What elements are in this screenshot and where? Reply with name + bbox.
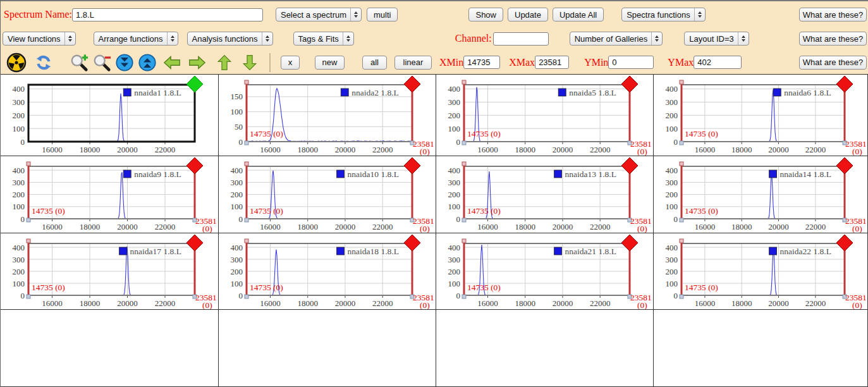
- nuclear-icon[interactable]: [6, 52, 27, 73]
- spectrum-panel-nnaida22[interactable]: 01002003004001600018000200002200014735 (…: [654, 233, 868, 310]
- scroll-up-icon[interactable]: [138, 53, 157, 72]
- spectrum-panel-nnaida9[interactable]: 01002003004001600018000200002200014735 (…: [1, 156, 219, 233]
- status-diamond[interactable]: [404, 76, 420, 92]
- x-cursor-left-bottom-handle[interactable]: [462, 141, 466, 145]
- x-cursor-left-bottom-handle[interactable]: [680, 218, 683, 222]
- cursor-left-label: 14735 (0): [467, 206, 501, 216]
- status-diamond[interactable]: [836, 76, 853, 92]
- y-axis-tick-label: 50: [235, 122, 243, 132]
- x-axis-tick-label: 20000: [553, 222, 573, 231]
- y-axis-tick-label: 0: [239, 137, 243, 147]
- spectrum-panel-nnaida14[interactable]: 01002003004001600018000200002200014735 (…: [654, 156, 868, 233]
- status-diamond[interactable]: [404, 235, 420, 251]
- y-axis-tick-label: 300: [13, 255, 25, 264]
- status-diamond[interactable]: [186, 235, 203, 251]
- x-cursor-left-bottom-handle[interactable]: [462, 218, 466, 222]
- x-cursor-left-top-handle[interactable]: [245, 239, 248, 243]
- zoom-out-icon[interactable]: [92, 53, 111, 72]
- ymin-input[interactable]: [608, 56, 654, 69]
- update-button[interactable]: Update: [508, 8, 548, 22]
- x-cursor-left-top-handle[interactable]: [680, 239, 683, 243]
- arrow-left-icon[interactable]: [162, 53, 182, 72]
- x-axis-tick-label: 16000: [695, 222, 716, 231]
- x-cursor-left-bottom-handle[interactable]: [462, 295, 466, 298]
- xmin-label: XMin: [439, 57, 463, 68]
- status-diamond[interactable]: [621, 76, 638, 92]
- spectrum-panel-nnaida10[interactable]: 01002003004001600018000200002200014735 (…: [219, 156, 436, 233]
- x-cursor-left-top-handle[interactable]: [27, 239, 30, 243]
- x-button[interactable]: x: [281, 56, 300, 70]
- xmax-input[interactable]: [535, 56, 569, 69]
- x-cursor-left-bottom-handle[interactable]: [245, 218, 248, 222]
- status-diamond[interactable]: [836, 157, 853, 174]
- what-are-these-button-row1[interactable]: What are these?: [799, 8, 867, 22]
- status-diamond[interactable]: [621, 235, 638, 251]
- zoom-in-icon[interactable]: [70, 53, 89, 72]
- xmin-input[interactable]: [463, 56, 500, 69]
- x-cursor-left-bottom-handle[interactable]: [245, 141, 248, 145]
- status-diamond[interactable]: [186, 76, 203, 92]
- layout-id-dropdown[interactable]: Layout ID=3: [684, 32, 749, 46]
- all-button[interactable]: all: [362, 56, 387, 70]
- status-diamond[interactable]: [836, 235, 853, 251]
- status-diamond[interactable]: [404, 157, 420, 174]
- arrow-down-icon[interactable]: [241, 52, 258, 73]
- tags-fits-dropdown[interactable]: Tags & Fits: [293, 32, 354, 46]
- linear-button[interactable]: linear: [394, 56, 432, 70]
- new-button[interactable]: new: [315, 56, 345, 70]
- analysis-functions-dropdown[interactable]: Analysis functions: [187, 32, 273, 46]
- spectrum-panel-nnaida17[interactable]: 01002003004001600018000200002200014735 (…: [1, 233, 219, 310]
- show-button[interactable]: Show: [468, 8, 503, 22]
- x-cursor-left-bottom-handle[interactable]: [680, 141, 683, 145]
- spectrum-panel-nnaida2[interactable]: 0501001501600018000200002200014735 (0)23…: [219, 75, 436, 156]
- spectrum-panel-nnaida21[interactable]: 01002003004001600018000200002200014735 (…: [436, 233, 654, 310]
- status-diamond[interactable]: [186, 157, 203, 174]
- spectrum-chart: 01002003004001600018000200002200014735 (…: [219, 156, 436, 233]
- x-cursor-left-top-handle[interactable]: [245, 80, 248, 84]
- scroll-down-icon[interactable]: [115, 53, 134, 72]
- toolbar: Spectrum Name: Select a spectrum multi S…: [1, 0, 868, 74]
- x-cursor-left-bottom-handle[interactable]: [680, 295, 683, 298]
- x-cursor-left-top-handle[interactable]: [462, 162, 466, 166]
- x-cursor-left-top-handle[interactable]: [462, 239, 466, 243]
- xmax-label: XMax: [509, 57, 535, 68]
- spectra-functions-dropdown[interactable]: Spectra functions: [621, 8, 705, 22]
- what-are-these-button-row2[interactable]: What are these?: [799, 32, 867, 46]
- spectrum-panel-nnaida6[interactable]: 01002003004001600018000200002200014735 (…: [654, 75, 868, 156]
- spectrum-name-input[interactable]: [72, 8, 263, 22]
- number-of-galleries-dropdown[interactable]: Number of Galleries: [570, 32, 663, 46]
- update-all-button[interactable]: Update All: [553, 8, 604, 22]
- cursor-left-label: 14735 (0): [32, 206, 65, 216]
- x-cursor-left-bottom-handle[interactable]: [27, 295, 30, 298]
- spectrum-panel-nnaida1[interactable]: 010020030040016000180002000022000nnaida1…: [1, 75, 219, 156]
- x-axis-tick-label: 18000: [297, 298, 318, 308]
- select-spectrum-dropdown[interactable]: Select a spectrum: [276, 8, 362, 22]
- channel-input[interactable]: [493, 32, 549, 46]
- y-axis-tick-label: 200: [13, 267, 25, 276]
- arrange-functions-dropdown[interactable]: Arrange functions: [94, 32, 178, 46]
- spectrum-panel-nnaida5[interactable]: 01002003004001600018000200002200014735 (…: [436, 75, 654, 156]
- what-are-these-button-row3[interactable]: What are these?: [799, 56, 867, 70]
- spectrum-panel-nnaida18[interactable]: 01002003004001600018000200002200014735 (…: [219, 233, 436, 310]
- view-functions-dropdown[interactable]: View functions: [3, 32, 76, 46]
- arrow-right-icon[interactable]: [187, 53, 207, 72]
- x-cursor-left-top-handle[interactable]: [680, 80, 683, 84]
- x-cursor-left-bottom-handle[interactable]: [27, 218, 30, 222]
- multi-button[interactable]: multi: [367, 8, 398, 22]
- x-cursor-left-top-handle[interactable]: [680, 162, 683, 166]
- legend-label: nnaida10 1.8.L: [348, 169, 399, 179]
- spectrum-panel-nnaida13[interactable]: 01002003004001600018000200002200014735 (…: [436, 156, 654, 233]
- x-cursor-left-bottom-handle[interactable]: [245, 295, 248, 298]
- y-axis-tick-label: 100: [666, 279, 678, 288]
- x-cursor-left-top-handle[interactable]: [27, 162, 30, 166]
- x-cursor-left-top-handle[interactable]: [245, 162, 248, 166]
- refresh-icon[interactable]: [34, 53, 53, 72]
- y-axis-tick-label: 150: [231, 92, 243, 101]
- status-diamond[interactable]: [621, 157, 638, 174]
- arrow-up-icon[interactable]: [216, 52, 233, 73]
- y-axis-tick-label: 0: [239, 291, 243, 300]
- legend-label: nnaida2 1.8.L: [351, 88, 399, 97]
- y-axis-tick-label: 300: [231, 178, 243, 187]
- ymax-input[interactable]: [694, 56, 742, 69]
- x-cursor-left-top-handle[interactable]: [462, 80, 466, 84]
